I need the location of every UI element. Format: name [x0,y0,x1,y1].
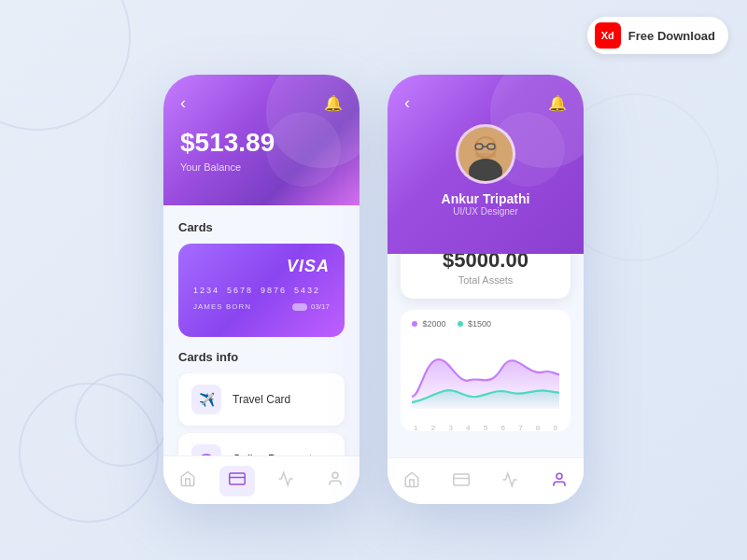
expiry-dots-icon [292,303,307,311]
nav-chart[interactable] [268,467,303,496]
phone2-header: ‹ 🔔 [388,75,584,254]
phones-container: ‹ 🔔 $513.89 Your Balance Cards VISA 1234… [0,0,747,560]
credit-card[interactable]: VISA 1234 5678 9876 5432 JAMES BORN 03/1… [178,244,345,337]
phone2-body: $5000.00 Total Assets $2000 $1500 [388,254,584,457]
card-bottom: JAMES BORN 03/17 [193,302,330,311]
legend-dot-purple [412,321,417,327]
card-info-travel[interactable]: ✈️ Travel Card [178,373,345,426]
card-holder: JAMES BORN [193,302,251,311]
phone2: ‹ 🔔 [388,75,584,504]
cards-info-title: Cards info [178,350,345,364]
travel-card-label: Travel Card [233,393,290,406]
balance-amount: $513.89 [180,128,343,158]
xd-icon: Xd [595,22,621,49]
user-name: Ankur Tripathi [442,191,530,206]
phone1-nav: ‹ 🔔 [180,93,343,113]
phone2-bell-icon[interactable]: 🔔 [548,94,567,112]
svg-point-13 [557,473,562,479]
svg-point-2 [332,472,338,478]
bell-icon[interactable]: 🔔 [324,94,343,112]
chart-legend: $2000 $1500 [412,319,559,329]
svg-rect-7 [475,153,496,158]
svg-rect-0 [230,473,246,484]
card-expiry: 03/17 [292,302,330,311]
chart-svg [412,334,559,418]
total-assets-amount: $5000.00 [416,254,556,273]
chart-x-labels: 1 2 3 4 5 6 7 8 9 [412,422,559,431]
avatar-face [458,127,513,181]
phone2-nav-home[interactable] [394,468,430,497]
phone1-header: ‹ 🔔 $513.89 Your Balance [163,75,359,205]
phone2-bottom-nav [388,457,584,504]
balance-label: Your Balance [180,161,343,173]
legend-dot-teal [458,321,463,327]
phone2-back-arrow[interactable]: ‹ [404,93,410,113]
user-role: UI/UX Designer [453,206,517,217]
phone2-nav-cards[interactable] [444,468,479,497]
cards-section-title: Cards [178,220,345,234]
phone2-nav: ‹ 🔔 [404,93,567,113]
card-number: 1234 5678 9876 5432 [193,286,330,295]
phone2-nav-profile[interactable] [542,468,577,497]
nav-profile[interactable] [317,467,353,496]
legend-teal: $1500 [458,319,492,329]
free-download-text: Free Download [628,29,715,43]
visa-label: VISA [193,257,330,276]
total-assets-card: $5000.00 Total Assets [401,254,571,299]
travel-icon: ✈️ [191,385,221,414]
free-download-badge[interactable]: Xd Free Download [587,17,728,54]
phone1-body: Cards VISA 1234 5678 9876 5432 JAMES BOR… [163,205,359,455]
phone1-bottom-nav [163,455,359,504]
legend-purple: $2000 [412,319,446,329]
phone2-nav-chart[interactable] [492,468,528,497]
nav-cards[interactable] [219,466,255,497]
back-arrow-icon[interactable]: ‹ [180,93,186,113]
card-info-online-payment[interactable]: Online Payment [178,433,345,455]
nav-home[interactable] [170,467,205,496]
chart-area: $2000 $1500 [401,310,571,431]
total-assets-label: Total Assets [416,274,556,286]
wifi-icon [191,444,221,455]
avatar [456,124,515,184]
svg-rect-11 [454,474,470,485]
phone1: ‹ 🔔 $513.89 Your Balance Cards VISA 1234… [163,75,359,504]
